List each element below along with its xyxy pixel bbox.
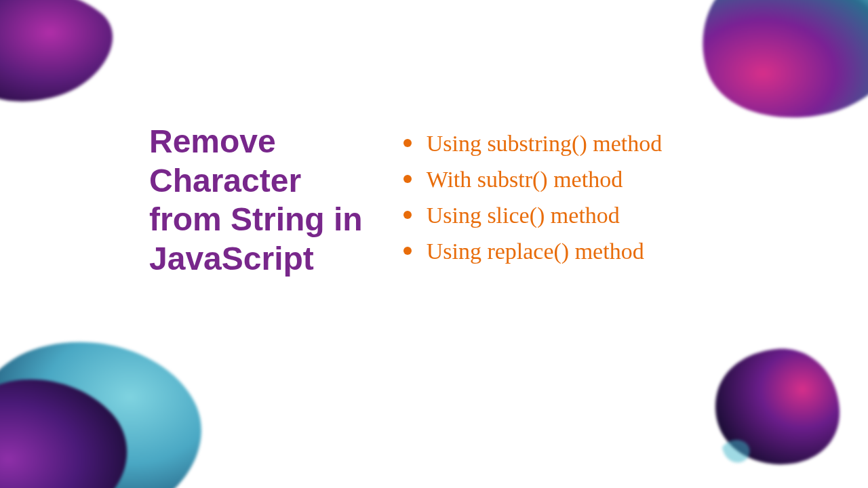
list-item: Using slice() method [403, 198, 663, 232]
list-item: With substr() method [403, 162, 663, 197]
list-item: Using substring() method [403, 126, 663, 161]
content-area: Remove Character from String in JavaScri… [149, 122, 787, 278]
blob-bottom-left [0, 339, 210, 488]
list-item: Using replace() method [403, 234, 663, 268]
blob-top-left [0, 0, 122, 115]
main-heading: Remove Character from String in JavaScri… [149, 122, 363, 278]
methods-list: Using substring() method With substr() m… [403, 122, 663, 270]
blob-top-right [698, 0, 868, 122]
blob-bottom-right [712, 346, 841, 468]
